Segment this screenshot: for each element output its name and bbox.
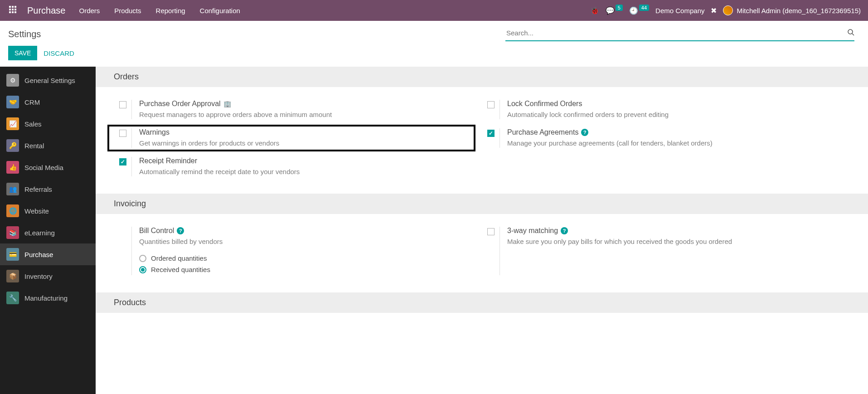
sidebar-item-general[interactable]: ⚙General Settings <box>0 69 96 91</box>
company-selector[interactable]: Demo Company <box>655 7 704 15</box>
section-heading-invoicing: Invoicing <box>96 194 868 214</box>
search-input[interactable] <box>505 27 847 39</box>
settings-sidebar: ⚙General Settings 🤝CRM 📈Sales 🔑Rental 👍S… <box>0 67 96 394</box>
setting-title: Receipt Reminder <box>139 157 197 165</box>
card-icon: 💳 <box>6 248 19 261</box>
radio-input[interactable] <box>139 266 146 273</box>
gear-icon: ⚙ <box>6 74 19 87</box>
search-wrap <box>505 27 854 41</box>
svg-rect-5 <box>15 9 16 10</box>
svg-rect-1 <box>12 6 14 8</box>
help-icon[interactable]: ? <box>561 227 568 234</box>
sidebar-item-referrals[interactable]: 👥Referrals <box>0 178 96 200</box>
checkbox-purchase-agreements[interactable] <box>487 130 495 137</box>
setting-bill-control: Bill Control? Quantities billed by vendo… <box>114 222 482 280</box>
nav-reporting[interactable]: Reporting <box>149 1 193 20</box>
nav-configuration[interactable]: Configuration <box>193 1 247 20</box>
building-icon: 🏢 <box>223 100 231 107</box>
debug-icon[interactable]: 🐞 <box>590 6 599 15</box>
control-bar: Settings <box>0 21 868 41</box>
sidebar-item-label: Referrals <box>24 185 52 193</box>
discard-button[interactable]: DISCARD <box>44 49 74 57</box>
sidebar-item-label: Inventory <box>24 272 53 280</box>
setting-title: 3-way matching <box>507 227 558 235</box>
setting-title: Purchase Agreements <box>507 128 578 136</box>
sidebar-item-label: General Settings <box>24 77 75 84</box>
checkbox-3way-matching[interactable] <box>487 228 495 235</box>
radio-received-qty[interactable]: Received quantities <box>139 264 473 275</box>
messages-icon[interactable]: 💬5 <box>606 6 623 15</box>
sidebar-item-label: CRM <box>24 98 40 106</box>
activities-icon[interactable]: 🕘44 <box>629 6 649 15</box>
user-name: Mitchell Admin (demo_160_1672369515) <box>737 7 861 15</box>
chart-icon: 📈 <box>6 117 19 130</box>
sidebar-item-social[interactable]: 👍Social Media <box>0 156 96 178</box>
setting-desc: Get warnings in orders for products or v… <box>139 138 465 148</box>
apps-icon[interactable] <box>5 3 21 18</box>
sidebar-item-label: Rental <box>24 142 44 150</box>
help-icon[interactable]: ? <box>177 227 184 234</box>
setting-desc: Quantities billed by vendors <box>139 237 473 246</box>
tools-icon[interactable]: ✖ <box>711 6 717 15</box>
bill-control-radio-group: Ordered quantities Received quantities <box>139 253 473 275</box>
sidebar-item-elearning[interactable]: 📚eLearning <box>0 222 96 243</box>
sidebar-item-label: Social Media <box>24 164 63 171</box>
user-menu[interactable]: Mitchell Admin (demo_160_1672369515) <box>723 5 861 15</box>
sidebar-item-sales[interactable]: 📈Sales <box>0 113 96 135</box>
radio-input[interactable] <box>139 255 146 262</box>
setting-lock-confirmed: Lock Confirmed Orders Automatically lock… <box>482 95 850 124</box>
checkbox-warnings[interactable] <box>119 130 126 137</box>
setting-title: Warnings <box>139 128 170 136</box>
setting-warnings: Warnings Get warnings in orders for prod… <box>114 124 482 152</box>
activities-badge: 44 <box>639 5 649 11</box>
checkbox-lock-confirmed[interactable] <box>487 101 495 108</box>
setting-title: Bill Control <box>139 227 174 235</box>
setting-desc: Request managers to approve orders above… <box>139 110 473 119</box>
setting-purchase-approval: Purchase Order Approval🏢 Request manager… <box>114 95 482 124</box>
setting-receipt-reminder: Receipt Reminder Automatically remind th… <box>114 152 482 181</box>
svg-point-9 <box>848 29 853 34</box>
nav-products[interactable]: Products <box>107 1 148 20</box>
svg-rect-4 <box>12 9 14 10</box>
sidebar-item-label: Purchase <box>24 251 53 258</box>
key-icon: 🔑 <box>6 139 19 152</box>
sidebar-item-website[interactable]: 🌐Website <box>0 200 96 222</box>
sidebar-item-rental[interactable]: 🔑Rental <box>0 135 96 156</box>
svg-rect-2 <box>15 6 16 8</box>
sidebar-item-purchase[interactable]: 💳Purchase <box>0 243 96 265</box>
section-heading-orders: Orders <box>96 67 868 87</box>
setting-3way-matching: 3-way matching? Make sure you only pay b… <box>482 222 850 280</box>
thumb-icon: 👍 <box>6 161 19 174</box>
sidebar-item-label: Website <box>24 207 49 215</box>
section-body-invoicing: Bill Control? Quantities billed by vendo… <box>96 214 868 292</box>
radio-label: Ordered quantities <box>151 254 207 262</box>
globe-icon: 🌐 <box>6 204 19 217</box>
sidebar-item-label: Sales <box>24 120 42 128</box>
checkbox-receipt-reminder[interactable] <box>119 158 126 165</box>
handshake-icon: 🤝 <box>6 96 19 108</box>
search-icon[interactable] <box>847 29 854 38</box>
app-brand[interactable]: Purchase <box>21 5 72 16</box>
nav-orders[interactable]: Orders <box>72 1 107 20</box>
action-bar: SAVE DISCARD <box>0 41 868 67</box>
sidebar-item-inventory[interactable]: 📦Inventory <box>0 265 96 287</box>
nav-right: 🐞 💬5 🕘44 Demo Company ✖ Mitchell Admin (… <box>590 5 863 15</box>
main: ⚙General Settings 🤝CRM 📈Sales 🔑Rental 👍S… <box>0 67 868 394</box>
help-icon[interactable]: ? <box>581 129 588 136</box>
wrench-icon: 🔧 <box>6 292 19 304</box>
svg-line-10 <box>852 34 854 35</box>
settings-content: Orders Purchase Order Approval🏢 Request … <box>96 67 868 394</box>
sidebar-item-manufacturing[interactable]: 🔧Manufacturing <box>0 287 96 309</box>
book-icon: 📚 <box>6 226 19 239</box>
svg-rect-0 <box>9 6 11 8</box>
svg-rect-3 <box>9 9 11 10</box>
section-body-orders: Purchase Order Approval🏢 Request manager… <box>96 87 868 194</box>
radio-ordered-qty[interactable]: Ordered quantities <box>139 253 473 264</box>
setting-title: Purchase Order Approval <box>139 100 221 108</box>
setting-desc: Automatically remind the receipt date to… <box>139 167 473 176</box>
svg-rect-7 <box>12 11 14 13</box>
sidebar-item-crm[interactable]: 🤝CRM <box>0 91 96 113</box>
checkbox-purchase-approval[interactable] <box>119 101 126 108</box>
save-button[interactable]: SAVE <box>8 46 37 60</box>
people-icon: 👥 <box>6 183 19 195</box>
